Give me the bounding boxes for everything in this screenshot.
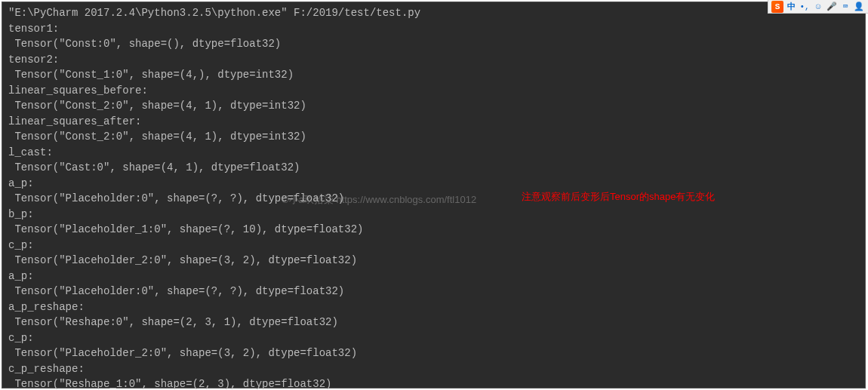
console-line: c_p: — [8, 330, 859, 346]
console-line: l_cast: — [8, 145, 859, 161]
console-line: Tensor("Reshape_1:0", shape=(2, 3), dtyp… — [8, 376, 859, 390]
console-line: c_p: — [8, 238, 859, 253]
console-line: a_p: — [8, 269, 859, 284]
console-line: tensor2: — [8, 52, 859, 68]
ime-lang-icon[interactable]: 中 — [785, 1, 797, 13]
sogou-icon[interactable]: S — [771, 1, 783, 13]
ime-toolbar: S 中 •, ☺ 🎤 ⌨ 👤 — [768, 0, 868, 14]
console-line: Tensor("Const_2:0", shape=(4, 1), dtype=… — [8, 129, 859, 145]
console-line: Tensor("Const_2:0", shape=(4, 1), dtype=… — [8, 98, 859, 114]
console-line: Tensor("Const_1:0", shape=(4,), dtype=in… — [8, 67, 859, 83]
console-line: Tensor("Cast:0", shape=(4, 1), dtype=flo… — [8, 160, 859, 176]
ime-emoji-icon[interactable]: ☺ — [812, 1, 824, 13]
ime-punct-icon[interactable]: •, — [799, 1, 811, 13]
console-line: c_p_reshape: — [8, 361, 859, 377]
ime-mic-icon[interactable]: 🎤 — [826, 1, 838, 13]
console-line: a_p_reshape: — [8, 299, 859, 315]
console-line: Tensor("Placeholder_2:0", shape=(3, 2), … — [8, 345, 859, 361]
console-line: tensor1: — [8, 21, 859, 37]
console-line: Tensor("Placeholder:0", shape=(?, ?), dt… — [8, 284, 859, 299]
console-line: Tensor("Const:0", shape=(), dtype=float3… — [8, 36, 859, 52]
ime-keyboard-icon[interactable]: ⌨ — [839, 1, 851, 13]
console-line: "E:\PyCharm 2017.2.4\Python3.2.5\python.… — [8, 5, 859, 21]
console-line: linear_squares_after: — [8, 114, 859, 130]
console-line: Tensor("Placeholder_1:0", shape=(?, 10),… — [8, 222, 859, 238]
console-line: b_p: — [8, 207, 859, 223]
ime-user-icon[interactable]: 👤 — [853, 1, 865, 13]
console-output[interactable]: "E:\PyCharm 2017.2.4\Python3.2.5\python.… — [2, 2, 866, 388]
console-line: Tensor("Reshape:0", shape=(2, 3, 1), dty… — [8, 315, 859, 330]
console-line: Tensor("Placeholder_2:0", shape=(3, 2), … — [8, 253, 859, 269]
console-line: Tensor("Placeholder:0", shape=(?, ?), dt… — [8, 191, 859, 207]
console-line: linear_squares_before: — [8, 83, 859, 99]
console-line: a_p: — [8, 176, 859, 192]
